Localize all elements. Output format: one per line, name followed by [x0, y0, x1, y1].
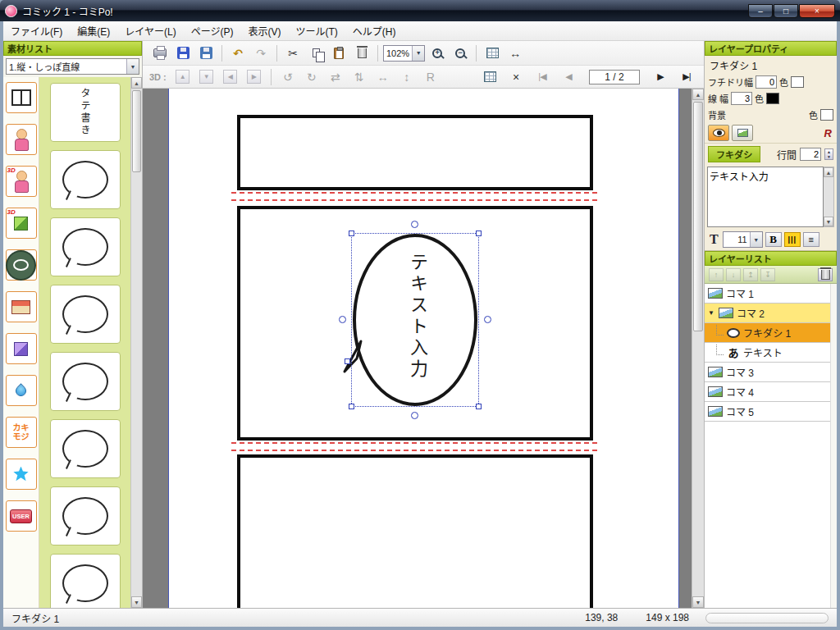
comic-panel-1[interactable]: [237, 115, 593, 190]
maximize-button[interactable]: □: [774, 4, 798, 18]
handle-se[interactable]: [476, 404, 482, 409]
expander-icon[interactable]: ▼: [708, 309, 715, 317]
menu-edit[interactable]: 編集(E): [70, 21, 117, 41]
3d-flip-vertical-button[interactable]: ⇅: [349, 67, 370, 87]
text-align-button[interactable]: ≡: [803, 232, 819, 247]
copy-button[interactable]: [305, 43, 326, 63]
effect-burst-tool-button[interactable]: [6, 459, 37, 490]
scroll-up-icon[interactable]: ▲: [131, 77, 142, 89]
canvas-scrollbar-thumb[interactable]: [693, 102, 703, 331]
material-thumb-balloon-7[interactable]: [50, 554, 121, 608]
3d-flip-horizontal-button[interactable]: ⇄: [325, 67, 346, 87]
dropdown-arrow-icon[interactable]: ▼: [126, 59, 139, 74]
layer-mode-button[interactable]: [732, 125, 753, 141]
handle-ne[interactable]: [476, 231, 482, 236]
first-page-button[interactable]: |◀: [532, 67, 553, 87]
item-tool-button[interactable]: [6, 333, 37, 364]
menu-tools[interactable]: ツール(T): [288, 21, 345, 41]
item-3d-tool-button[interactable]: 3D: [6, 208, 37, 239]
3d-rotate-left-button[interactable]: ↺: [277, 67, 299, 87]
menu-page[interactable]: ページ(P): [184, 21, 241, 41]
handle-nw[interactable]: [349, 231, 354, 236]
layer-row-fukidashi-1[interactable]: フキダシ 1: [705, 323, 830, 343]
layer-row-koma-3[interactable]: コマ 3: [705, 363, 830, 382]
3d-scale-horizontal-button[interactable]: ↔: [372, 67, 394, 87]
selection-box[interactable]: [351, 233, 479, 407]
scroll-up-icon[interactable]: ▲: [824, 167, 833, 177]
vertical-text-button[interactable]: |||: [784, 232, 801, 247]
handle-s[interactable]: [411, 412, 418, 419]
menu-help[interactable]: ヘルプ(H): [345, 21, 404, 41]
material-thumb-tategaki[interactable]: タテ書き: [50, 83, 121, 142]
scroll-down-icon[interactable]: ▼: [131, 596, 142, 608]
bold-button[interactable]: B: [765, 232, 782, 247]
canvas-scroll-up-icon[interactable]: ▲: [692, 89, 704, 100]
layer-move-up-button[interactable]: ↑: [709, 268, 724, 281]
material-thumb-balloon-4[interactable]: [50, 352, 121, 411]
material-thumb-balloon-6[interactable]: [50, 486, 121, 546]
layer-move-bottom-button[interactable]: ↧: [760, 268, 775, 281]
paste-button[interactable]: [328, 43, 349, 63]
character-3d-tool-button[interactable]: 3D: [6, 166, 37, 197]
undo-button[interactable]: ↶: [227, 43, 249, 63]
canvas-scrollbar-track[interactable]: [692, 100, 704, 596]
background-tool-button[interactable]: [6, 291, 37, 322]
page-settings-button[interactable]: [479, 67, 500, 87]
line-color-swatch[interactable]: [766, 93, 779, 104]
zoom-dropdown-icon[interactable]: ▼: [412, 46, 424, 61]
menu-layer[interactable]: レイヤー(L): [117, 21, 183, 41]
grid-toggle-button[interactable]: [482, 43, 503, 63]
minimize-button[interactable]: –: [748, 4, 773, 18]
panel-horizontal-scrollbar[interactable]: [705, 613, 829, 623]
cut-button[interactable]: ✂: [282, 43, 304, 63]
delete-button[interactable]: [351, 43, 372, 63]
text-editor-scrollbar[interactable]: ▲ ▼: [824, 167, 834, 227]
layer-move-down-button[interactable]: ↓: [726, 268, 741, 281]
effect-drop-tool-button[interactable]: [6, 375, 37, 406]
font-size-dropdown-icon[interactable]: ▼: [750, 232, 762, 247]
handle-tail[interactable]: [345, 358, 350, 364]
material-category-dropdown[interactable]: 1.縦・しっぽ直線 ▼: [6, 58, 139, 75]
prev-page-button[interactable]: ◀: [558, 67, 579, 87]
delete-page-button[interactable]: ×: [505, 67, 527, 87]
3d-reset-button[interactable]: R: [420, 67, 441, 87]
menu-file[interactable]: ファイル(F): [3, 21, 70, 41]
frame-tool-button[interactable]: [6, 82, 37, 113]
redo-button[interactable]: ↷: [250, 43, 272, 63]
balloon-text-input[interactable]: テキスト入力: [707, 167, 824, 227]
layer-row-koma-4[interactable]: コマ 4: [705, 382, 830, 402]
outline-width-input[interactable]: [756, 75, 777, 89]
balloon-tool-button[interactable]: [6, 249, 37, 281]
fit-width-button[interactable]: ↔: [504, 43, 526, 63]
material-thumb-balloon-1[interactable]: [50, 150, 121, 209]
3d-move-left-button[interactable]: ◀: [220, 67, 241, 87]
material-thumb-balloon-5[interactable]: [50, 419, 121, 478]
close-button[interactable]: ×: [799, 4, 835, 18]
canvas[interactable]: テキスト入力 ▲ ▼: [143, 89, 704, 608]
zoom-out-button[interactable]: −: [450, 43, 471, 63]
line-spacing-input[interactable]: [800, 148, 821, 161]
export-button[interactable]: [195, 43, 217, 63]
handle-e[interactable]: [484, 316, 491, 323]
material-thumb-balloon-3[interactable]: [50, 285, 121, 344]
materials-scrollbar-track[interactable]: [131, 89, 142, 596]
visibility-toggle-button[interactable]: [708, 125, 729, 141]
outline-color-swatch[interactable]: [791, 76, 804, 88]
kakimoji-tool-button[interactable]: カキモジ: [6, 417, 37, 448]
print-button[interactable]: [149, 43, 171, 63]
next-page-button[interactable]: ▶: [650, 67, 671, 87]
zoom-combo[interactable]: 102% ▼: [383, 45, 425, 62]
line-width-input[interactable]: [731, 92, 752, 105]
canvas-scroll-down-icon[interactable]: ▼: [692, 596, 704, 608]
handle-n[interactable]: [411, 221, 418, 228]
3d-rotate-right-button[interactable]: ↻: [301, 67, 322, 87]
background-color-swatch[interactable]: [820, 109, 833, 121]
save-button[interactable]: [172, 43, 194, 63]
3d-move-up-button[interactable]: ▲: [172, 67, 194, 87]
layer-move-top-button[interactable]: ↥: [743, 268, 758, 281]
menu-view[interactable]: 表示(V): [240, 21, 288, 41]
materials-scrollbar[interactable]: ▲ ▼: [130, 77, 142, 608]
layer-row-koma-1[interactable]: コマ 1: [705, 284, 830, 304]
balloon-tab[interactable]: フキダシ: [708, 146, 760, 162]
canvas-scrollbar[interactable]: ▲ ▼: [692, 89, 704, 608]
